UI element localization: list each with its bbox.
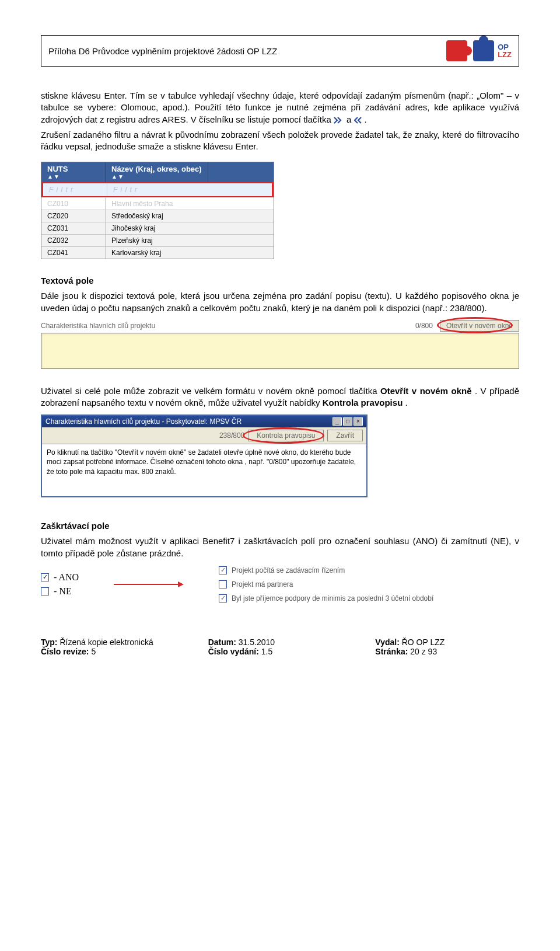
checkbox-example: ✓ - ANO - NE ✓ Projekt počítá se zadávac… bbox=[41, 566, 519, 602]
table-row[interactable]: CZ032 Plzeňský kraj bbox=[41, 234, 274, 246]
nuts-table-screenshot: NUTS ▲▼ Název (Kraj, okres, obec) ▲▼ F i… bbox=[41, 162, 274, 259]
checkbox-ano: ✓ - ANO bbox=[41, 572, 79, 583]
table-row[interactable]: CZ020 Středočeský kraj bbox=[41, 210, 274, 222]
popup-window-screenshot: Charakteristika hlavních cílů projektu -… bbox=[41, 414, 368, 497]
logo-text: OP LZZ bbox=[498, 43, 512, 58]
char-count: 0/800 bbox=[415, 322, 433, 330]
page-footer: Typ: Řízená kopie elektronická Číslo rev… bbox=[41, 638, 519, 656]
checkbox-unchecked-icon[interactable] bbox=[41, 587, 49, 595]
page-header: Příloha D6 Průvodce vyplněním projektové… bbox=[41, 35, 519, 67]
list-item[interactable]: Projekt má partnera bbox=[219, 580, 433, 588]
text-area[interactable] bbox=[41, 333, 519, 369]
filter-row: F i l t r F i l t r bbox=[41, 182, 274, 197]
sort-icons[interactable]: ▲▼ bbox=[111, 173, 202, 180]
close-button[interactable]: Zavřít bbox=[327, 430, 363, 441]
filter-input-nuts[interactable]: F i l t r bbox=[43, 183, 107, 196]
window-title: Charakteristika hlavních cílů projektu -… bbox=[46, 417, 242, 426]
col-nazev[interactable]: Název (Kraj, okres, obec) ▲▼ bbox=[106, 162, 208, 182]
back-icon bbox=[354, 117, 365, 124]
table-row[interactable]: CZ010 Hlavní město Praha bbox=[41, 197, 274, 210]
paragraph-intro: stiskne klávesu Enter. Tím se v tabulce … bbox=[41, 90, 519, 126]
paragraph-open-window: Uživatel si celé pole může zobrazit ve v… bbox=[41, 385, 519, 409]
checkbox-checked-icon[interactable]: ✓ bbox=[219, 594, 227, 602]
logo-puzzle-red-icon bbox=[446, 40, 467, 61]
spellcheck-button[interactable]: Kontrola pravopisu bbox=[248, 430, 324, 441]
popup-text-content[interactable]: Po kliknutí na tlačítko "Otevřít v novém… bbox=[42, 444, 366, 496]
table-header: NUTS ▲▼ Název (Kraj, okres, obec) ▲▼ bbox=[41, 162, 274, 182]
filter-input-nazev[interactable]: F i l t r bbox=[107, 183, 144, 196]
table-row[interactable]: CZ031 Jihočeský kraj bbox=[41, 222, 274, 234]
checkbox-checked-icon[interactable]: ✓ bbox=[219, 566, 227, 574]
logo: OP LZZ bbox=[446, 40, 512, 61]
list-item[interactable]: ✓ Projekt počítá se zadávacím řízením bbox=[219, 566, 433, 574]
window-titlebar: Charakteristika hlavních cílů projektu -… bbox=[42, 416, 366, 427]
minimize-icon[interactable]: _ bbox=[332, 417, 342, 426]
paragraph-filter-clear: Zrušení zadaného filtru a návrat k původ… bbox=[41, 129, 519, 153]
text-field-screenshot: Charakteristika hlavních cílů projektu 0… bbox=[41, 320, 519, 369]
forward-icon bbox=[334, 117, 344, 124]
col-nuts[interactable]: NUTS ▲▼ bbox=[41, 162, 106, 182]
logo-puzzle-blue-icon bbox=[473, 40, 494, 61]
checkbox-checked-icon[interactable]: ✓ bbox=[41, 573, 49, 581]
arrow-right-icon bbox=[114, 581, 184, 588]
section-heading-text-fields: Textová pole bbox=[41, 276, 519, 285]
paragraph-text-fields: Dále jsou k dispozici textová pole, kter… bbox=[41, 290, 519, 314]
paragraph-checkboxes: Uživatel mám možnost využít v aplikaci B… bbox=[41, 535, 519, 559]
svg-marker-1 bbox=[178, 581, 184, 587]
checkbox-list: ✓ Projekt počítá se zadávacím řízením Pr… bbox=[219, 566, 433, 602]
page: Příloha D6 Průvodce vyplněním projektové… bbox=[0, 0, 560, 680]
close-icon[interactable]: × bbox=[354, 417, 363, 426]
char-count: 238/800 bbox=[219, 431, 244, 440]
open-new-window-button[interactable]: Otevřít v novém okně bbox=[440, 320, 519, 332]
checkbox-ne: - NE bbox=[41, 586, 79, 597]
header-title: Příloha D6 Průvodce vyplněním projektové… bbox=[48, 46, 277, 56]
field-label: Charakteristika hlavních cílů projektu bbox=[41, 322, 415, 330]
list-item[interactable]: ✓ Byl jste příjemce podpory de minimis z… bbox=[219, 594, 433, 602]
window-toolbar: 238/800 Kontrola pravopisu Zavřít bbox=[42, 427, 366, 444]
table-row[interactable]: CZ041 Karlovarský kraj bbox=[41, 246, 274, 259]
section-heading-checkboxes: Zaškrtávací pole bbox=[41, 521, 519, 531]
checkbox-unchecked-icon[interactable] bbox=[219, 580, 227, 588]
sort-icons[interactable]: ▲▼ bbox=[47, 173, 99, 180]
maximize-icon[interactable]: □ bbox=[343, 417, 352, 426]
